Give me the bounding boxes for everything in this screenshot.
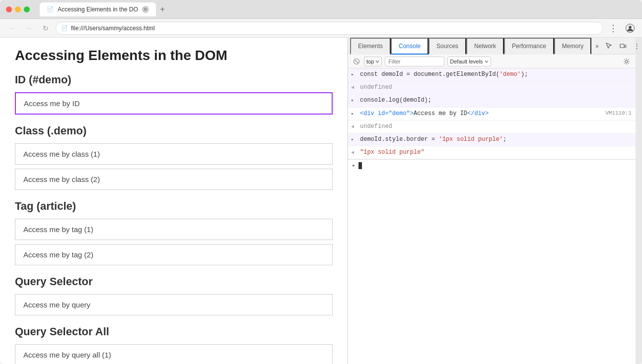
context-value: top [366,59,374,64]
query-all-section-heading: Query Selector All [15,325,333,338]
console-toolbar: top Default levels [348,55,636,68]
tab-icon: 📄 [47,6,54,12]
expand-arrow-2[interactable]: ◀ [351,84,354,92]
svg-point-1 [629,26,632,29]
traffic-lights [6,6,30,12]
console-settings-button[interactable] [622,57,632,66]
console-line-4: ▸ <div id="demo">Access me by ID</div> V… [348,108,636,121]
query-all-element-1: Access me by query all (1) [15,344,333,364]
tab-console[interactable]: Console [391,38,428,55]
tab-memory[interactable]: Memory [554,38,591,55]
browser-menu-button[interactable]: ⋮ [606,21,620,35]
nav-bar: ← → ↻ 📄 file:///Users/sammy/access.html … [0,19,642,38]
console-clear-button[interactable] [352,57,361,66]
devtools-actions: ⋮ ✕ [603,40,642,53]
svg-rect-3 [625,45,626,48]
console-input-line[interactable]: ▸ [348,159,636,171]
svg-line-5 [355,60,358,63]
console-code-1: const demoId = document.getElementById('… [360,70,528,79]
prompt-icon: ▸ [352,162,356,169]
id-section-heading: ID (#demo) [15,73,333,86]
console-line-3: ▸ console.log(demoId); [348,94,636,107]
tab-close-button[interactable]: ✕ [142,6,149,13]
expand-arrow-6[interactable]: ▸ [351,136,354,144]
svg-rect-2 [620,44,624,48]
id-section: ID (#demo) Access me by ID [15,73,333,115]
console-output: ▸ const demoId = document.getElementById… [348,68,636,364]
tag-section-heading: Tag (article) [15,200,333,213]
console-line-6: ▸ demoId.style.border = '1px solid purpl… [348,133,636,146]
console-filter-input[interactable] [385,57,444,66]
console-output-string: "1px solid purple" [360,148,425,157]
address-icon: 📄 [61,25,68,31]
console-cursor [358,162,362,169]
tab-elements[interactable]: Elements [350,38,391,55]
vm-link: VM1110:1 [605,109,632,118]
inspect-element-button[interactable] [603,40,616,53]
query-all-section: Query Selector All Access me by query al… [15,325,333,364]
class-element-1: Access me by class (1) [15,143,333,165]
user-avatar-icon[interactable] [623,21,637,35]
expand-arrow-5[interactable]: ◀ [351,123,354,131]
console-context-select[interactable]: top [364,57,382,66]
class-section: Class (.demo) Access me by class (1) Acc… [15,124,333,190]
maximize-traffic-light[interactable] [24,6,30,12]
query-section: Query Selector Access me by query [15,275,333,315]
page-content: Accessing Elements in the DOM ID (#demo)… [0,38,348,364]
browser-tab[interactable]: 📄 Accessing Elements in the DO ✕ [40,2,156,16]
new-tab-button[interactable]: + [156,3,169,16]
tag-element-2: Access me by tag (2) [15,244,333,265]
title-bar: 📄 Accessing Elements in the DO ✕ + [0,0,642,19]
devtools-settings-button[interactable]: ⋮ [631,40,642,53]
expand-arrow-3[interactable]: ▸ [351,97,354,105]
console-line-5: ◀ undefined [348,121,636,133]
default-levels-select[interactable]: Default levels [447,57,491,66]
tag-element-1: Access me by tag (1) [15,219,333,240]
svg-point-6 [626,60,628,62]
query-element: Access me by query [15,294,333,315]
reload-button[interactable]: ↻ [39,21,53,35]
console-code-3: console.log(demoId); [360,96,431,105]
more-tabs-button[interactable]: » [591,38,603,55]
expand-arrow-4[interactable]: ▸ [351,110,354,118]
expand-arrow-7[interactable]: ◀ [351,149,354,157]
main-area: Accessing Elements in the DOM ID (#demo)… [0,38,642,364]
back-button[interactable]: ← [5,21,19,35]
console-output-undefined-1: undefined [360,83,392,92]
console-line-7: ◀ "1px solid purple" [348,146,636,159]
url-text: file:///Users/sammy/access.html [71,25,155,32]
devtools-panel: Elements Console Sources Network Perform… [348,38,636,364]
console-line-2: ◀ undefined [348,81,636,94]
page-title: Accessing Elements in the DOM [15,48,333,63]
browser-window: 📄 Accessing Elements in the DO ✕ + ← → ↻… [0,0,642,364]
tab-performance[interactable]: Performance [504,38,554,55]
tab-bar: 📄 Accessing Elements in the DO ✕ + [40,2,169,16]
tab-title: Accessing Elements in the DO [58,6,138,13]
tag-section: Tag (article) Access me by tag (1) Acces… [15,200,333,265]
console-output-undefined-2: undefined [360,122,392,131]
console-line-1: ▸ const demoId = document.getElementById… [348,68,636,81]
forward-button[interactable]: → [22,21,36,35]
class-section-heading: Class (.demo) [15,124,333,137]
console-code-6: demoId.style.border = '1px solid purple'… [360,135,506,144]
expand-arrow-1[interactable]: ▸ [351,71,354,79]
minimize-traffic-light[interactable] [15,6,21,12]
devtools-tab-bar: Elements Console Sources Network Perform… [348,38,636,55]
address-bar[interactable]: 📄 file:///Users/sammy/access.html [56,22,603,35]
close-traffic-light[interactable] [6,6,12,12]
id-element: Access me by ID [15,92,333,115]
tab-network[interactable]: Network [466,38,504,55]
console-output-div: <div id="demo">Access me by ID</div> [360,109,489,119]
class-element-2: Access me by class (2) [15,169,333,190]
query-section-heading: Query Selector [15,275,333,288]
device-toggle-button[interactable] [617,40,630,53]
tab-sources[interactable]: Sources [428,38,466,55]
levels-label: Default levels [450,59,483,64]
